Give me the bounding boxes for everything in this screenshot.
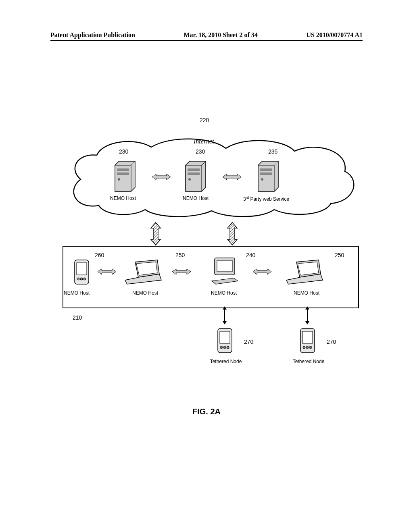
ref-250-right: 250 — [335, 252, 344, 258]
bidir-arrow-icon — [171, 268, 192, 275]
pda-icon — [298, 326, 317, 355]
label-nemo-server-left: NEMO Host — [95, 195, 151, 201]
label-3rd-party: 3rd Party web Service — [238, 195, 294, 202]
svg-rect-0 — [117, 168, 129, 171]
svg-point-20 — [227, 346, 229, 349]
header-left: Patent Application Publication — [50, 31, 135, 39]
label-nemo-laptop-r: NEMO Host — [278, 290, 335, 296]
pda-icon — [73, 258, 91, 286]
svg-point-11 — [77, 278, 79, 280]
server-icon — [113, 157, 137, 193]
ref-230-left: 230 — [119, 148, 128, 155]
laptop-icon — [284, 258, 325, 286]
header-right: US 2010/0070774 A1 — [306, 31, 363, 39]
server-icon — [256, 157, 280, 193]
svg-point-23 — [303, 346, 305, 349]
bidir-arrow-icon — [252, 268, 272, 275]
page-header: Patent Application Publication Mar. 18, … — [50, 31, 363, 39]
ref-235: 235 — [268, 148, 277, 155]
pda-icon — [216, 326, 234, 355]
header-rule — [50, 40, 363, 41]
svg-rect-4 — [188, 172, 200, 175]
svg-rect-22 — [302, 331, 313, 343]
label-nemo-laptop-l: NEMO Host — [117, 290, 173, 296]
label-nemo-pda: NEMO Host — [48, 290, 105, 296]
internet-cloud — [67, 133, 357, 222]
bidir-arrow-icon — [97, 268, 117, 275]
bidir-arrow-icon — [151, 173, 171, 181]
big-bidir-arrow-icon — [149, 222, 162, 246]
figure-caption: FIG. 2A — [0, 407, 413, 416]
svg-rect-15 — [217, 260, 232, 272]
ref-230-mid: 230 — [196, 148, 205, 155]
svg-point-2 — [118, 178, 120, 181]
svg-rect-1 — [117, 172, 129, 175]
ref-220: 220 — [200, 117, 209, 123]
svg-point-25 — [309, 346, 312, 349]
laptop-icon — [123, 258, 163, 286]
desktop-icon — [210, 256, 240, 286]
server-icon — [184, 157, 208, 193]
svg-point-18 — [220, 346, 223, 349]
ref-260: 260 — [95, 252, 104, 258]
svg-point-12 — [80, 278, 83, 280]
svg-rect-7 — [260, 172, 272, 175]
internet-label: Internet — [194, 138, 214, 145]
svg-point-19 — [223, 346, 226, 349]
svg-point-8 — [261, 178, 263, 181]
ref-250-left: 250 — [175, 252, 185, 258]
ref-270-left: 270 — [244, 339, 253, 345]
svg-rect-10 — [77, 263, 87, 275]
svg-rect-6 — [260, 168, 272, 171]
svg-point-5 — [188, 178, 191, 181]
svg-point-24 — [306, 346, 309, 349]
bidir-arrow-icon — [222, 173, 242, 181]
label-nemo-server-mid: NEMO Host — [167, 195, 224, 201]
ref-240: 240 — [246, 252, 255, 258]
svg-point-13 — [83, 278, 86, 280]
header-center: Mar. 18, 2010 Sheet 2 of 34 — [184, 31, 257, 39]
big-bidir-arrow-icon — [226, 222, 239, 246]
thin-bidir-arrow-icon — [305, 306, 310, 324]
svg-rect-3 — [188, 168, 200, 171]
svg-rect-17 — [220, 331, 230, 343]
ref-270-right: 270 — [327, 339, 336, 345]
label-nemo-desktop: NEMO Host — [196, 290, 252, 296]
figure-2a: 220 Internet 230 NEMO Host 230 NEMO Host — [50, 121, 361, 403]
label-tethered-left: Tethered Node — [198, 359, 254, 364]
ref-210: 210 — [73, 314, 82, 321]
thin-bidir-arrow-icon — [222, 306, 227, 324]
label-tethered-right: Tethered Node — [280, 359, 337, 364]
